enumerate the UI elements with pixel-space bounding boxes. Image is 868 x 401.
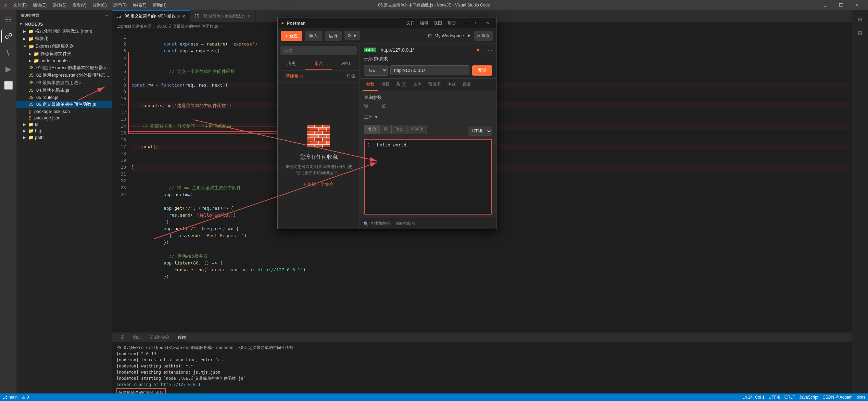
tree-item-packagejson[interactable]: {} package.json	[16, 115, 112, 121]
breadcrumb-segment-3: ...	[223, 24, 226, 29]
res-tab-beautify[interactable]: 美化	[364, 125, 380, 134]
postman-tab-collections[interactable]: 集合	[305, 58, 332, 70]
activity-search[interactable]: ☍	[1, 29, 15, 43]
request-untitled: 无标题请求	[364, 56, 492, 62]
tree-item-06js[interactable]: JS 06.定义最简单的中间件函数.js	[16, 101, 112, 108]
req-tab-settings[interactable]: 设置	[459, 79, 474, 91]
postman-run-button[interactable]: 运行	[325, 31, 342, 41]
url-input[interactable]	[390, 65, 469, 75]
method-dropdown[interactable]: GET	[364, 65, 388, 76]
postman-search-input[interactable]	[280, 46, 357, 55]
add-request-icon[interactable]: +	[482, 47, 485, 53]
postman-menu-edit[interactable]: 编辑	[418, 20, 430, 27]
postman-tab-apis[interactable]: APIs	[332, 58, 360, 70]
tree-item-format[interactable]: ▶ 📁 格式化时间的两种做法 (npm)	[16, 27, 112, 35]
req-tab-prerequest[interactable]: 预请求	[425, 79, 444, 91]
status-encoding: UTF-8	[769, 395, 780, 400]
breadcrumb-sep-2: >	[219, 24, 222, 29]
req-tab-headers[interactable]: 头 (6)	[393, 79, 410, 91]
activity-explorer[interactable]: ☷	[1, 13, 15, 27]
tree-item-03js[interactable]: JS 03.最简单的路由用法.js	[16, 79, 112, 87]
send-button[interactable]: 发送	[472, 65, 492, 76]
right-split-icon[interactable]: ⊟	[854, 13, 866, 25]
tree-item-05js[interactable]: JS 05.router.js	[16, 94, 112, 101]
req-tab-body[interactable]: 主体	[410, 79, 425, 91]
tab-close-03js[interactable]: ✕	[247, 13, 251, 19]
menu-help[interactable]: 帮助(H)	[150, 2, 169, 9]
tree-item-04js[interactable]: JS 04.模块化路由.js	[16, 87, 112, 94]
status-eol: CRLF	[784, 395, 795, 400]
response-format-dropdown[interactable]: HTML	[468, 127, 492, 135]
item-label-fs: fs	[35, 122, 38, 127]
panel-tab-debug[interactable]: 调试控制台	[145, 333, 174, 342]
tree-item-nodemodules[interactable]: ▶ 📁 node_modules	[16, 57, 112, 64]
panel-tab-problems[interactable]: 问题	[112, 333, 129, 342]
tab-03js[interactable]: JS 03.最简单的路由用法.js ✕	[190, 10, 256, 22]
terminal-line-1: PS D:\MyProject\NodeJS\Express创建服务器> nod…	[116, 345, 847, 351]
tree-nodejs-root[interactable]: ▼ NODEJS	[16, 21, 112, 27]
req-tab-auth[interactable]: 授权	[378, 79, 393, 91]
tree-item-packagelock[interactable]: {} package-lock.json	[16, 108, 112, 115]
maximize-button[interactable]: 🗖	[833, 0, 849, 10]
activity-source-control[interactable]: ⚸	[1, 46, 15, 60]
tree-item-fs[interactable]: ▶ 📁 fs	[16, 121, 112, 128]
panel-tab-terminal[interactable]: 终端	[174, 333, 190, 342]
panel-tab-output[interactable]: 输出	[129, 333, 145, 342]
close-button[interactable]: ✕	[849, 0, 865, 10]
postman-create-collection-btn[interactable]: + 创建一个集合	[303, 181, 334, 187]
tree-item-02js[interactable]: JS 02.使用express.static对外提供静态...	[16, 72, 112, 79]
postman-tab-history[interactable]: 历史	[278, 58, 305, 70]
tree-item-express[interactable]: ▼ 📂 Express创建服务器	[16, 42, 112, 50]
tab-close-06js[interactable]: ✕	[182, 14, 186, 19]
menu-edit[interactable]: 编辑(E)	[30, 2, 49, 9]
menu-goto[interactable]: 转到(G)	[90, 2, 109, 9]
postman-console-btn[interactable]: ⌨ 控制台	[396, 221, 415, 227]
tree-item-01js[interactable]: JS 01.使用Express创建基本的服务器.js	[16, 64, 112, 72]
postman-maximize[interactable]: □	[471, 20, 482, 26]
res-tab-visualize[interactable]: 可视化	[407, 125, 427, 134]
tree-item-http[interactable]: ▶ 📁 http	[16, 128, 112, 134]
postman-new-button[interactable]: + 新建	[281, 31, 302, 41]
window-controls: 🗕 🗖 ✕	[817, 0, 865, 10]
postman-menu-file[interactable]: 文件	[404, 20, 417, 27]
menu-select[interactable]: 选择(S)	[50, 2, 69, 9]
arrow-nodemod: ▶	[29, 59, 32, 63]
params-title: 查询参数	[364, 94, 492, 101]
sidebar-more-icon[interactable]: ···	[105, 14, 108, 18]
response-line-number: 1	[367, 142, 370, 147]
postman-invite-button[interactable]: & 邀请	[474, 31, 493, 41]
arrow-static: ▶	[29, 52, 32, 56]
res-tab-raw[interactable]: 原	[380, 125, 391, 134]
activity-run[interactable]: ▶	[1, 62, 15, 76]
req-tab-tests[interactable]: 测试	[444, 79, 459, 91]
postman-footer: 🔍 查找和替换 ⌨ 控制台	[360, 218, 496, 229]
postman-import-button[interactable]: 导入	[305, 31, 322, 41]
postman-settings-button[interactable]: ⚙ ▼	[344, 31, 360, 40]
minimize-button[interactable]: 🗕	[817, 0, 833, 10]
tree-item-static[interactable]: ▶ 📁 静态资源文件夹	[16, 50, 112, 57]
tab-06js[interactable]: JS 06.定义最简单的中间件函数.js ✕	[112, 10, 190, 22]
postman-menu-help[interactable]: 帮助	[445, 20, 458, 27]
menu-run[interactable]: 运行(R)	[110, 2, 130, 9]
body-section-label: 主体 ▼	[360, 113, 496, 121]
tree-item-module[interactable]: ▶ 📁 模块化	[16, 35, 112, 42]
postman-nav-tabs: 历史 集合 APIs	[278, 58, 360, 70]
menu-terminal[interactable]: 终端(T)	[130, 2, 149, 9]
postman-menu-view[interactable]: 视图	[432, 20, 444, 27]
right-expand-icon[interactable]: ⊞	[854, 27, 866, 39]
postman-workspace-selector[interactable]: ⊞ My Workspace ▼	[428, 33, 471, 38]
postman-close[interactable]: ✕	[482, 20, 493, 26]
tree-item-path[interactable]: ▶ 📁 path	[16, 134, 112, 141]
menu-file[interactable]: 文件(F)	[11, 2, 29, 9]
more-options-icon[interactable]: ···	[488, 47, 492, 53]
res-tab-preview[interactable]: 预览	[391, 125, 407, 134]
req-tab-params[interactable]: 参数	[363, 79, 378, 91]
activity-extensions[interactable]: ⬜	[1, 79, 15, 92]
terminal-line-7: server running at http://127.0.0.1	[116, 381, 847, 388]
menu-view[interactable]: 查看(V)	[70, 2, 89, 9]
postman-find-replace-btn[interactable]: 🔍 查找和替换	[363, 221, 390, 227]
terminal-content[interactable]: PS D:\MyProject\NodeJS\Express创建服务器> nod…	[112, 342, 852, 401]
postman-new-collection-btn[interactable]: + 新建集合 垃圾	[278, 70, 360, 82]
postman-new-collection-label: + 新建集合	[282, 73, 303, 79]
postman-minimize[interactable]: —	[461, 20, 471, 26]
